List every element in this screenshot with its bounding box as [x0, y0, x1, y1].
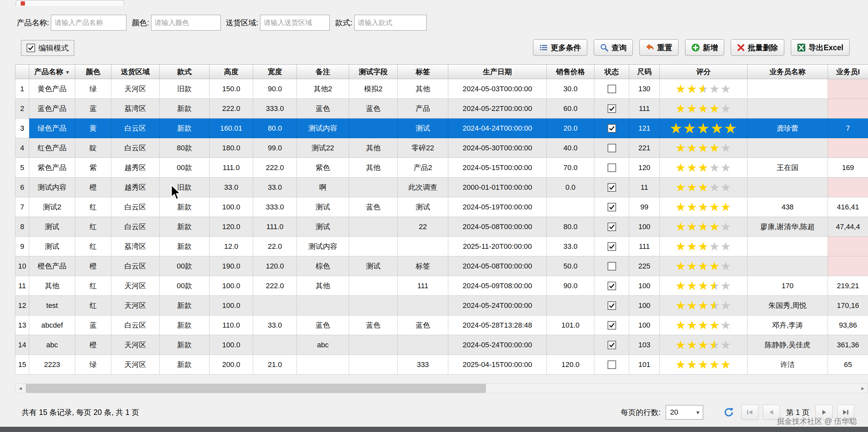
- cell-note[interactable]: 测试: [297, 197, 349, 217]
- row-number[interactable]: 9: [16, 237, 29, 256]
- cell-tag[interactable]: 产品: [398, 99, 448, 119]
- cell-style[interactable]: 旧款: [160, 177, 210, 197]
- edit-mode-toggle[interactable]: 编辑模式: [21, 40, 74, 56]
- cell-rating[interactable]: ★★★★★: [660, 256, 747, 276]
- cell-color[interactable]: 紫: [75, 158, 111, 177]
- cell-salesman[interactable]: 朱国秀,周悦: [747, 296, 828, 315]
- cell-production-date[interactable]: 2024-05-22T00:00:00: [448, 99, 547, 119]
- refresh-button[interactable]: [721, 405, 737, 420]
- window-tab[interactable]: [16, 0, 124, 6]
- cell-status[interactable]: [594, 217, 629, 237]
- cell-rating[interactable]: ★★★★★★: [660, 276, 747, 296]
- cell-product-name[interactable]: 测试: [29, 237, 75, 256]
- cell-production-date[interactable]: 2025-04-15T00:00:00: [448, 355, 547, 374]
- cell-production-date[interactable]: 2024-05-19T00:00:00: [448, 197, 547, 217]
- cell-rating[interactable]: ★★★★★: [660, 237, 747, 256]
- cell-test-field[interactable]: [349, 237, 398, 256]
- cell-salesman-id[interactable]: [828, 177, 868, 197]
- cell-production-date[interactable]: 2024-05-28T13:28:48: [448, 315, 547, 335]
- cell-width[interactable]: [253, 335, 297, 355]
- cell-salesman-id[interactable]: [828, 256, 868, 276]
- cell-sale-price[interactable]: 70.0: [547, 158, 594, 177]
- cell-production-date[interactable]: 2025-11-20T00:00:00: [448, 237, 547, 256]
- rating-stars[interactable]: ★★★★★: [675, 221, 732, 233]
- column-header-size[interactable]: 尺码: [629, 65, 660, 79]
- row-number[interactable]: 10: [16, 256, 29, 276]
- cell-height[interactable]: 110.0: [210, 315, 253, 335]
- cell-test-field[interactable]: [349, 355, 398, 374]
- cell-test-field[interactable]: [349, 296, 398, 315]
- cell-style[interactable]: 新款: [160, 355, 210, 374]
- table-row[interactable]: 13abcdef蓝白云区新款110.033.0蓝色蓝色蓝色2024-05-28T…: [16, 315, 868, 335]
- cell-style[interactable]: 新款: [160, 335, 210, 355]
- cell-size[interactable]: 111: [629, 99, 660, 119]
- cell-status[interactable]: [594, 119, 629, 138]
- cell-sale-price[interactable]: 80.0: [547, 217, 594, 237]
- cell-width[interactable]: 99.0: [253, 138, 297, 158]
- rating-stars[interactable]: ★★★★★: [675, 260, 732, 272]
- status-checkbox[interactable]: [608, 281, 616, 290]
- cell-size[interactable]: 101: [629, 355, 660, 374]
- cell-salesman[interactable]: 170: [747, 276, 828, 296]
- cell-product-name[interactable]: 蓝色产品: [29, 99, 75, 119]
- cell-status[interactable]: [594, 276, 629, 296]
- table-row[interactable]: 1黄色产品绿天河区旧款150.090.0其他2模拟2其他2024-05-03T0…: [16, 79, 868, 99]
- cell-salesman[interactable]: [747, 177, 828, 197]
- cell-color[interactable]: 绿: [75, 79, 111, 99]
- rating-stars[interactable]: ★★★★★: [675, 320, 732, 331]
- cell-note[interactable]: 蓝色: [297, 315, 349, 335]
- table-row[interactable]: 8测试红白云区新款120.0111.0测试222024-05-08T00:00:…: [16, 217, 868, 237]
- cell-salesman-id[interactable]: 93,86: [828, 315, 868, 335]
- cell-tag[interactable]: 此次调查: [398, 177, 448, 197]
- cell-height[interactable]: 100.0: [210, 335, 253, 355]
- row-number[interactable]: 5: [16, 158, 29, 177]
- cell-salesman-id[interactable]: [828, 138, 868, 158]
- cell-sale-price[interactable]: [547, 296, 594, 315]
- cell-sale-price[interactable]: 33.0: [547, 237, 594, 256]
- status-checkbox[interactable]: [608, 360, 616, 369]
- table-row[interactable]: 12test红天河区新款100.02024-05-24T00:00:00100★…: [16, 296, 868, 315]
- cell-rating[interactable]: ★★★★★: [660, 217, 747, 237]
- column-header-sale-price[interactable]: 销售价格: [547, 65, 594, 79]
- cell-width[interactable]: 33.0: [253, 315, 297, 335]
- cell-production-date[interactable]: 2024-05-15T00:00:00: [448, 158, 547, 177]
- table-row[interactable]: 4红色产品靛白云区80款180.099.0测试22其他零碎222024-05-3…: [16, 138, 868, 158]
- cell-salesman[interactable]: 邓卉,李涛: [747, 315, 828, 335]
- first-page-button[interactable]: [741, 405, 758, 420]
- cell-test-field[interactable]: 蓝色: [349, 99, 398, 119]
- column-header-height[interactable]: 高度: [210, 65, 253, 79]
- column-header-salesman[interactable]: 业务员名称: [747, 65, 828, 79]
- rating-stars[interactable]: ★★★★★: [675, 201, 732, 213]
- cell-height[interactable]: 12.0: [210, 237, 253, 256]
- row-number[interactable]: 4: [16, 138, 29, 158]
- cell-style[interactable]: 新款: [160, 296, 210, 315]
- cell-salesman-id[interactable]: 169: [828, 158, 868, 177]
- cell-production-date[interactable]: 2024-05-08T00:00:00: [448, 217, 547, 237]
- cell-style[interactable]: 新款: [160, 237, 210, 256]
- cell-height[interactable]: 150.0: [210, 79, 253, 99]
- cell-tag[interactable]: [398, 296, 448, 315]
- status-checkbox[interactable]: [608, 223, 616, 231]
- cell-status[interactable]: [594, 256, 629, 276]
- cell-tag[interactable]: 测试: [398, 119, 448, 138]
- cell-salesman-id[interactable]: 170,16: [828, 296, 868, 315]
- cell-note[interactable]: 其他2: [297, 79, 349, 99]
- cell-product-name[interactable]: 橙色产品: [29, 256, 75, 276]
- cell-tag[interactable]: 标签: [398, 256, 448, 276]
- cell-height[interactable]: 180.0: [210, 138, 253, 158]
- cell-test-field[interactable]: [349, 335, 398, 355]
- table-row[interactable]: 5紫色产品紫越秀区00款111.0222.0紫色其他产品22024-05-15T…: [16, 158, 868, 177]
- cell-salesman-id[interactable]: 361,36: [828, 335, 868, 355]
- row-number[interactable]: 13: [16, 315, 29, 335]
- cell-salesman-id[interactable]: [828, 237, 868, 256]
- column-header-product-name[interactable]: 产品名称▼: [29, 65, 75, 79]
- rating-stars[interactable]: ★★★★★★: [675, 280, 732, 292]
- status-checkbox[interactable]: [608, 124, 616, 133]
- cell-status[interactable]: [594, 237, 629, 256]
- cell-width[interactable]: 80.0: [253, 119, 297, 138]
- cell-color[interactable]: 蓝: [75, 315, 111, 335]
- rating-stars[interactable]: ★★★★★: [675, 103, 732, 114]
- rating-stars[interactable]: ★★★★★: [675, 241, 732, 253]
- cell-size[interactable]: 11: [629, 177, 660, 197]
- cell-sale-price[interactable]: 30.0: [547, 79, 594, 99]
